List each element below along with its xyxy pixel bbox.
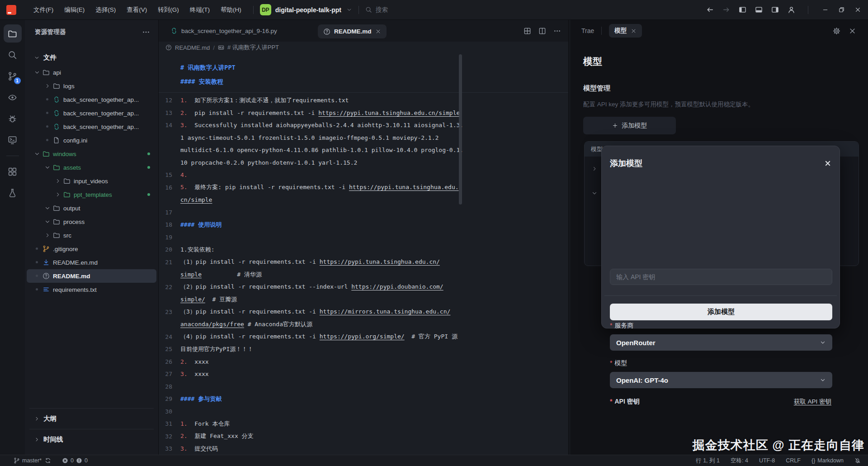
activitybar-item-extensions[interactable]	[4, 162, 22, 181]
tree-item-ppt-templates[interactable]: ppt_templates	[27, 188, 156, 201]
split-editor-icon[interactable]	[538, 27, 546, 35]
code-line[interactable]: 165. 最终方案: pip install -r requirements.t…	[159, 181, 568, 194]
sidebar-section-files[interactable]: 文件	[25, 51, 158, 64]
code-line[interactable]: 17	[159, 206, 568, 219]
code-line[interactable]: anaconda/pkgs/free # Anaconda官方默认源	[159, 318, 568, 331]
submit-add-model-button[interactable]: 添加模型	[610, 304, 832, 320]
tree-item-assets[interactable]: assets	[27, 161, 156, 174]
git-branch-status[interactable]: master*	[14, 457, 42, 464]
code-line[interactable]: 154.	[159, 169, 568, 181]
code-line[interactable]: 311. Fork 本仓库	[159, 418, 568, 430]
problems-status[interactable]: 0 0	[62, 457, 88, 464]
tree-item-requirements-txt[interactable]: requirements.txt	[27, 283, 156, 296]
close-panel-icon[interactable]	[849, 27, 856, 35]
menu-item[interactable]: 选择(S)	[90, 4, 121, 16]
code-line[interactable]: 333. 提交代码	[159, 442, 568, 455]
model-select[interactable]: OpenAI: GPT-4o	[610, 372, 832, 388]
menu-item[interactable]: 查看(V)	[121, 4, 152, 16]
more-actions-icon[interactable]	[553, 27, 561, 35]
sync-icon[interactable]	[45, 457, 51, 464]
code-line[interactable]: 30	[159, 405, 568, 418]
code-line[interactable]: 24（4）pip install -r requirements.txt -i …	[159, 331, 568, 343]
tree-item-input-videos[interactable]: input_videos	[27, 174, 156, 188]
menu-item[interactable]: 终端(T)	[184, 4, 215, 16]
back-button[interactable]	[704, 4, 716, 16]
cursor-position[interactable]: 行 1, 列 1	[696, 457, 720, 465]
code-line[interactable]: cn/simple	[159, 194, 568, 206]
toggle-bottom-panel-button[interactable]	[753, 4, 764, 16]
code-line[interactable]: 10 propcache-0.2.0 python-dotenv-1.0.1 y…	[159, 157, 568, 169]
code-line[interactable]: 19	[159, 231, 568, 244]
tree-item-output[interactable]: output	[27, 201, 156, 215]
minimize-button[interactable]	[819, 4, 831, 16]
tab-models[interactable]: 模型	[609, 24, 642, 38]
tree-item-readme-md[interactable]: README.md	[27, 269, 156, 283]
code-line[interactable]: 28	[159, 380, 568, 393]
tree-item-config-ini[interactable]: config.ini	[27, 133, 156, 147]
code-line[interactable]: 21（1）pip install -r requirements.txt -i …	[159, 256, 568, 269]
gear-icon[interactable]	[833, 27, 840, 35]
code-line[interactable]: simple/ # 豆瓣源	[159, 293, 568, 306]
restore-button[interactable]	[835, 4, 847, 16]
menu-item[interactable]: 转到(G)	[152, 4, 184, 16]
menu-item[interactable]: 编辑(E)	[59, 4, 90, 16]
breadcrumb-file[interactable]: README.md	[175, 44, 210, 51]
tab-readme-active[interactable]: README.md	[318, 24, 387, 38]
account-button[interactable]	[785, 4, 797, 16]
code-line[interactable]: simple # 清华源	[159, 268, 568, 281]
code-line[interactable]: 23（3）pip install -r requirements.txt -i …	[159, 306, 568, 319]
sidebar-section-timeline[interactable]: 时间线	[25, 433, 158, 446]
close-dialog-icon[interactable]	[824, 160, 831, 167]
code-line[interactable]: 121. 如下所示方案1：测试走不通，就加了requirements.txt	[159, 94, 568, 107]
code-line[interactable]: 29#### 参与贡献	[159, 393, 568, 405]
code-line[interactable]: multidict-6.1.0 opencv-python-4.11.0.86 …	[159, 144, 568, 157]
global-search[interactable]: 搜索	[365, 6, 388, 14]
bell-off-icon[interactable]	[854, 457, 861, 464]
code-line[interactable]: 22（2）pip install -r requirements.txt --i…	[159, 281, 568, 294]
tree-item-src[interactable]: src	[27, 228, 156, 242]
activitybar-item-test[interactable]	[4, 184, 22, 202]
encoding[interactable]: UTF-8	[759, 457, 775, 464]
tree-item-back-screen-together-ap-[interactable]: back_screen_together_ap...	[27, 120, 156, 133]
tree-item--gitignore[interactable]: .gitignore	[27, 242, 156, 256]
code-line[interactable]: 143. Successfully installed aiohappyeyeb…	[159, 119, 568, 132]
breadcrumb[interactable]: README.md / # 讯南数字人讲PPT	[159, 42, 568, 53]
breadcrumb-heading[interactable]: # 讯南数字人讲PPT	[227, 43, 279, 52]
tree-item-back-screen-together-ap-[interactable]: back_screen_together_ap...	[27, 93, 156, 106]
tree-item-windows[interactable]: windows	[27, 147, 156, 161]
provider-select[interactable]: OpenRouter	[610, 334, 832, 351]
activitybar-item-terminal[interactable]	[4, 131, 22, 149]
project-switcher[interactable]: DP digital-people-talk-ppt	[260, 4, 352, 15]
code-line[interactable]: 201.安装依赖:	[159, 243, 568, 256]
code-line[interactable]: 18#### 使用说明	[159, 219, 568, 231]
toggle-left-panel-button[interactable]	[736, 4, 748, 16]
close-window-button[interactable]	[852, 4, 863, 16]
code-area[interactable]: 121. 如下所示方案1：测试走不通，就加了requirements.txt13…	[159, 94, 568, 455]
more-actions-icon[interactable]	[142, 28, 150, 36]
menu-item[interactable]: 帮助(H)	[215, 4, 247, 16]
add-model-button[interactable]: 添加模型	[583, 117, 676, 134]
tree-item-readme-en-md[interactable]: README.en.md	[27, 256, 156, 269]
indentation[interactable]: 空格: 4	[731, 457, 748, 465]
activitybar-item-source-control[interactable]: 1	[4, 67, 22, 85]
toggle-right-panel-button[interactable]	[769, 4, 781, 16]
code-line[interactable]: 262. xxxx	[159, 356, 568, 368]
tree-item-process[interactable]: process	[27, 215, 156, 228]
forward-button[interactable]	[720, 4, 732, 16]
sidebar-section-outline[interactable]: 大纲	[25, 412, 158, 425]
close-tab-icon[interactable]	[375, 29, 381, 34]
editor-scrollbar[interactable]	[459, 54, 462, 204]
tree-item-api[interactable]: api	[27, 66, 156, 79]
tab-python-file[interactable]: back_screen_together_api_9-16.py	[170, 20, 277, 42]
activitybar-item-debug[interactable]	[4, 109, 22, 128]
code-line[interactable]: 273. xxxx	[159, 368, 568, 380]
close-tab-icon[interactable]	[631, 28, 637, 34]
activitybar-item-explorer[interactable]	[4, 24, 22, 43]
tree-item-back-screen-together-ap-[interactable]: back_screen_together_ap...	[27, 106, 156, 120]
activitybar-item-preview[interactable]	[4, 88, 22, 106]
open-changes-icon[interactable]	[524, 27, 531, 35]
api-key-input[interactable]	[610, 269, 832, 285]
code-line[interactable]: 322. 新建 Feat_xxx 分支	[159, 430, 568, 443]
menu-item[interactable]: 文件(F)	[28, 4, 59, 16]
tree-item-logs[interactable]: logs	[27, 79, 156, 93]
